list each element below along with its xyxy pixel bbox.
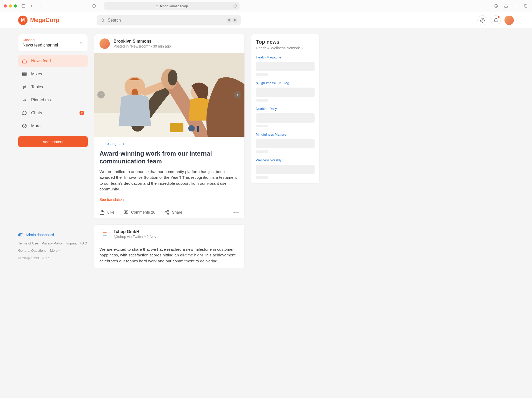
svg-point-20 bbox=[23, 124, 26, 128]
skeleton-line bbox=[256, 99, 268, 102]
news-source[interactable]: Health Magazine bbox=[256, 55, 315, 59]
news-item[interactable]: Wellness Weekly bbox=[256, 158, 315, 179]
forward-icon[interactable] bbox=[37, 3, 43, 9]
tabs-icon[interactable] bbox=[523, 3, 528, 9]
panel-subtitle-dropdown[interactable]: Health & Wellness Network bbox=[256, 46, 315, 50]
refresh-icon[interactable] bbox=[233, 4, 237, 8]
link-privacy[interactable]: Privacy Policy bbox=[42, 241, 63, 246]
svg-point-29 bbox=[168, 70, 177, 85]
url-bar[interactable]: tchop.io/megacorp bbox=[104, 2, 240, 10]
nav-pinned-mix[interactable]: Pinned mix bbox=[18, 94, 88, 106]
news-source[interactable]: Wellness Weekly bbox=[256, 158, 315, 162]
comments-button[interactable]: Comments 26 bbox=[123, 210, 155, 215]
skeleton-line bbox=[256, 125, 268, 127]
plus-icon[interactable] bbox=[513, 3, 518, 9]
svg-rect-32 bbox=[197, 126, 199, 132]
nav-label: Mixes bbox=[31, 72, 42, 76]
channel-label: Channel bbox=[23, 38, 58, 42]
skeleton-line bbox=[256, 62, 315, 71]
search-input[interactable] bbox=[108, 18, 224, 23]
chevron-down-icon bbox=[301, 47, 304, 50]
chats-badge: 2 bbox=[79, 111, 84, 115]
skeleton-line bbox=[256, 150, 268, 153]
svg-point-36 bbox=[165, 211, 166, 213]
post-tag[interactable]: Interesting facts bbox=[99, 142, 125, 146]
notifications-button[interactable] bbox=[491, 15, 501, 25]
share-icon[interactable] bbox=[503, 3, 509, 9]
carousel-next[interactable]: › bbox=[234, 91, 241, 98]
window-minimize[interactable] bbox=[9, 4, 12, 8]
svg-point-22 bbox=[19, 234, 21, 236]
post-image[interactable]: ‹ › bbox=[94, 53, 244, 137]
post-title: Award-winning work from our internal com… bbox=[99, 150, 239, 165]
nav-chats[interactable]: Chats 2 bbox=[18, 107, 88, 119]
settings-button[interactable] bbox=[477, 15, 487, 25]
window-close[interactable] bbox=[4, 4, 7, 8]
svg-rect-42 bbox=[103, 235, 107, 236]
link-more[interactable]: More bbox=[50, 248, 61, 254]
news-item[interactable]: @FitnessGuruBlog bbox=[256, 81, 315, 102]
link-general-questions[interactable]: General Questions bbox=[18, 248, 46, 254]
svg-line-19 bbox=[23, 101, 24, 102]
svg-line-39 bbox=[166, 213, 168, 213]
news-source[interactable]: Nutrition Daily bbox=[256, 107, 315, 111]
sidebar-toggle-icon[interactable] bbox=[21, 3, 26, 9]
lock-icon bbox=[156, 4, 159, 8]
share-button[interactable]: Share bbox=[164, 210, 182, 215]
svg-point-10 bbox=[101, 19, 104, 22]
svg-rect-0 bbox=[22, 5, 25, 8]
news-source[interactable]: @FitnessGuruBlog bbox=[256, 81, 315, 85]
user-avatar[interactable] bbox=[504, 16, 514, 25]
svg-point-12 bbox=[482, 19, 483, 21]
download-icon[interactable] bbox=[494, 3, 499, 9]
post-author-name[interactable]: Brooklyn Simmons bbox=[114, 39, 171, 44]
link-faq[interactable]: FAQ bbox=[80, 241, 87, 246]
see-translation[interactable]: See translation bbox=[99, 197, 239, 202]
back-icon[interactable] bbox=[29, 3, 34, 9]
news-item[interactable]: Health Magazine bbox=[256, 55, 315, 76]
post-header: Tchop GmbH @tchop via Twitter • 2 Nov bbox=[94, 225, 244, 243]
x-twitter-icon bbox=[256, 82, 259, 85]
post-actions: Like Comments 26 Share ••• bbox=[94, 206, 244, 218]
chevron-down-icon bbox=[79, 41, 83, 45]
add-content-button[interactable]: Add content bbox=[18, 136, 88, 147]
search-field[interactable]: ⌘ F bbox=[97, 15, 241, 25]
svg-rect-41 bbox=[103, 234, 107, 234]
app-topbar: M MegaCorp ⌘ F bbox=[0, 12, 532, 28]
brand-logo[interactable]: M MegaCorp bbox=[18, 16, 59, 25]
main-layout: Channel News feed channel News feed Mixe… bbox=[0, 28, 532, 274]
skeleton-line bbox=[256, 176, 268, 179]
nav-label: Chats bbox=[31, 111, 42, 115]
news-item[interactable]: Mindfulness Matters bbox=[256, 132, 315, 153]
channel-name: News feed channel bbox=[23, 43, 58, 48]
post-menu[interactable]: ••• bbox=[233, 210, 239, 215]
post-meta: Posted in "Newsroom" • 30 min ago bbox=[114, 44, 171, 48]
post-author-avatar[interactable] bbox=[99, 229, 110, 239]
nav-mixes[interactable]: Mixes bbox=[18, 68, 88, 80]
post-text: We are thrilled to announce that our com… bbox=[99, 169, 239, 192]
channel-selector[interactable]: Channel News feed channel bbox=[18, 34, 88, 51]
link-imprint[interactable]: Imprint bbox=[66, 241, 77, 246]
like-button[interactable]: Like bbox=[99, 210, 115, 215]
admin-dashboard-link[interactable]: Admin dashboard bbox=[18, 233, 88, 237]
link-terms[interactable]: Terms of Use bbox=[18, 241, 38, 246]
post-body: Interesting facts Award-winning work fro… bbox=[94, 137, 244, 206]
nav-topics[interactable]: Topics bbox=[18, 81, 88, 93]
hash-icon bbox=[22, 84, 27, 90]
shield-icon[interactable] bbox=[91, 3, 97, 9]
carousel-prev[interactable]: ‹ bbox=[97, 91, 105, 98]
nav-list: News feed Mixes Topics Pinned mix Chats … bbox=[18, 55, 88, 132]
nav-more[interactable]: More bbox=[18, 120, 88, 132]
nav-news-feed[interactable]: News feed bbox=[18, 55, 88, 67]
chat-icon bbox=[22, 110, 27, 116]
news-source[interactable]: Mindfulness Matters bbox=[256, 132, 315, 136]
post-author-avatar[interactable] bbox=[99, 38, 110, 49]
thumbs-up-icon bbox=[99, 210, 105, 215]
window-maximize[interactable] bbox=[14, 4, 17, 8]
share-nodes-icon bbox=[164, 210, 169, 215]
post-author-name[interactable]: Tchop GmbH bbox=[114, 229, 156, 234]
copyright: © tchop GmbH 2017 bbox=[18, 256, 88, 260]
svg-rect-14 bbox=[23, 75, 26, 75]
news-item[interactable]: Nutrition Daily bbox=[256, 107, 315, 127]
svg-line-18 bbox=[25, 85, 25, 89]
